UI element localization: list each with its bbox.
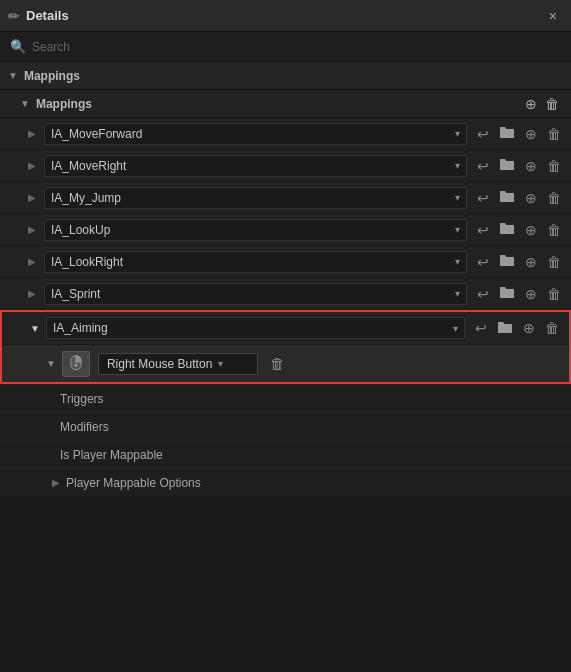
- row-add-icon-5[interactable]: ⊕: [521, 284, 541, 304]
- aiming-header-row: ▼ IA_Aiming ▾ ↩ ⊕ 🗑: [2, 312, 569, 344]
- row-reset-icon-2[interactable]: ↩: [473, 188, 493, 208]
- row-dropdown-4[interactable]: IA_LookRight ▾: [44, 251, 467, 273]
- search-bar: 🔍: [0, 32, 571, 62]
- row-triangle-0: ▶: [28, 128, 38, 139]
- mapping-row-3: ▶ IA_LookUp ▾ ↩ ⊕ 🗑: [0, 214, 571, 246]
- row-delete-icon-1[interactable]: 🗑: [543, 156, 565, 176]
- row-actions-5: ↩ ⊕ 🗑: [473, 283, 565, 304]
- row-add-icon-3[interactable]: ⊕: [521, 220, 541, 240]
- row-folder-icon-1[interactable]: [495, 155, 519, 176]
- row-label-5: IA_Sprint: [51, 287, 100, 301]
- row-dropdown-2[interactable]: IA_My_Jump ▾: [44, 187, 467, 209]
- row-label-2: IA_My_Jump: [51, 191, 121, 205]
- mappings-collapse-icon: ▼: [20, 98, 30, 109]
- row-triangle-3: ▶: [28, 224, 38, 235]
- rmb-chevron-icon: ▾: [218, 358, 223, 369]
- mapping-row-0: ▶ IA_MoveForward ▾ ↩ ⊕ 🗑: [0, 118, 571, 150]
- row-actions-1: ↩ ⊕ 🗑: [473, 155, 565, 176]
- mapping-row-5: ▶ IA_Sprint ▾ ↩ ⊕ 🗑: [0, 278, 571, 310]
- row-label-3: IA_LookUp: [51, 223, 110, 237]
- mapping-rows-container: ▶ IA_MoveForward ▾ ↩ ⊕ 🗑 ▶ IA_MoveRight …: [0, 118, 571, 310]
- row-folder-icon-0[interactable]: [495, 123, 519, 144]
- row-add-icon-4[interactable]: ⊕: [521, 252, 541, 272]
- row-actions-4: ↩ ⊕ 🗑: [473, 251, 565, 272]
- row-add-icon-1[interactable]: ⊕: [521, 156, 541, 176]
- aiming-row-actions: ↩ ⊕ 🗑: [471, 318, 563, 339]
- sub-item-player-mappable[interactable]: Is Player Mappable: [0, 440, 571, 468]
- rmb-mouse-icon-box: [62, 351, 90, 377]
- section-header-label: Mappings: [24, 69, 80, 83]
- row-dropdown-0[interactable]: IA_MoveForward ▾: [44, 123, 467, 145]
- aiming-delete-icon[interactable]: 🗑: [541, 318, 563, 338]
- row-actions-2: ↩ ⊕ 🗑: [473, 187, 565, 208]
- row-label-4: IA_LookRight: [51, 255, 123, 269]
- sub-item-triggers[interactable]: Triggers: [0, 384, 571, 412]
- row-label-1: IA_MoveRight: [51, 159, 126, 173]
- title-bar: ✏ Details ×: [0, 0, 571, 32]
- row-folder-icon-3[interactable]: [495, 219, 519, 240]
- player-mappable-label: Is Player Mappable: [60, 448, 163, 462]
- search-input[interactable]: [32, 40, 561, 54]
- row-chevron-0: ▾: [455, 128, 460, 139]
- search-icon: 🔍: [10, 39, 26, 54]
- delete-mapping-button[interactable]: 🗑: [541, 94, 563, 114]
- sub-items-container: Triggers Modifiers Is Player Mappable ▶ …: [0, 384, 571, 496]
- modifiers-label: Modifiers: [60, 420, 109, 434]
- row-dropdown-3[interactable]: IA_LookUp ▾: [44, 219, 467, 241]
- mapping-row-1: ▶ IA_MoveRight ▾ ↩ ⊕ 🗑: [0, 150, 571, 182]
- row-triangle-5: ▶: [28, 288, 38, 299]
- row-folder-icon-5[interactable]: [495, 283, 519, 304]
- row-chevron-2: ▾: [455, 192, 460, 203]
- row-folder-icon-2[interactable]: [495, 187, 519, 208]
- section-collapse-icon: ▼: [8, 70, 18, 81]
- row-delete-icon-3[interactable]: 🗑: [543, 220, 565, 240]
- row-folder-icon-4[interactable]: [495, 251, 519, 272]
- row-delete-icon-0[interactable]: 🗑: [543, 124, 565, 144]
- rmb-label: Right Mouse Button: [107, 357, 212, 371]
- row-add-icon-2[interactable]: ⊕: [521, 188, 541, 208]
- rmb-dropdown[interactable]: Right Mouse Button ▾: [98, 353, 258, 375]
- panel-title: Details: [26, 8, 543, 23]
- mappings-subheader: ▼ Mappings ⊕ 🗑: [0, 90, 571, 118]
- sub-item-modifiers[interactable]: Modifiers: [0, 412, 571, 440]
- player-mappable-options-expand-icon: ▶: [52, 477, 60, 488]
- row-dropdown-1[interactable]: IA_MoveRight ▾: [44, 155, 467, 177]
- row-delete-icon-5[interactable]: 🗑: [543, 284, 565, 304]
- aiming-dropdown-label: IA_Aiming: [53, 321, 108, 335]
- row-delete-icon-2[interactable]: 🗑: [543, 188, 565, 208]
- rmb-delete-icon[interactable]: 🗑: [266, 353, 289, 374]
- rmb-expand-icon: ▼: [46, 358, 56, 369]
- row-reset-icon-5[interactable]: ↩: [473, 284, 493, 304]
- sub-item-player-mappable-options[interactable]: ▶ Player Mappable Options: [0, 468, 571, 496]
- row-delete-icon-4[interactable]: 🗑: [543, 252, 565, 272]
- player-mappable-options-label: Player Mappable Options: [66, 476, 201, 490]
- row-reset-icon-3[interactable]: ↩: [473, 220, 493, 240]
- aiming-chevron-icon: ▾: [453, 323, 458, 334]
- close-button[interactable]: ×: [543, 6, 563, 26]
- row-reset-icon-1[interactable]: ↩: [473, 156, 493, 176]
- aiming-expand-icon: ▼: [30, 323, 40, 334]
- row-triangle-4: ▶: [28, 256, 38, 267]
- mapping-row-2: ▶ IA_My_Jump ▾ ↩ ⊕ 🗑: [0, 182, 571, 214]
- row-label-0: IA_MoveForward: [51, 127, 142, 141]
- row-chevron-3: ▾: [455, 224, 460, 235]
- row-chevron-1: ▾: [455, 160, 460, 171]
- aiming-add-icon[interactable]: ⊕: [519, 318, 539, 338]
- aiming-reset-icon[interactable]: ↩: [471, 318, 491, 338]
- add-mapping-button[interactable]: ⊕: [521, 94, 541, 114]
- row-add-icon-0[interactable]: ⊕: [521, 124, 541, 144]
- mapping-row-4: ▶ IA_LookRight ▾ ↩ ⊕ 🗑: [0, 246, 571, 278]
- row-reset-icon-0[interactable]: ↩: [473, 124, 493, 144]
- aiming-block: ▼ IA_Aiming ▾ ↩ ⊕ 🗑 ▼: [0, 310, 571, 384]
- pencil-icon: ✏: [8, 8, 20, 24]
- row-chevron-5: ▾: [455, 288, 460, 299]
- row-dropdown-5[interactable]: IA_Sprint ▾: [44, 283, 467, 305]
- rmb-row: ▼ Right Mouse Button ▾ 🗑: [2, 344, 569, 382]
- aiming-folder-icon[interactable]: [493, 318, 517, 339]
- aiming-dropdown[interactable]: IA_Aiming ▾: [46, 317, 465, 339]
- row-reset-icon-4[interactable]: ↩: [473, 252, 493, 272]
- mouse-icon: [67, 355, 85, 373]
- section-header-mappings[interactable]: ▼ Mappings: [0, 62, 571, 90]
- row-chevron-4: ▾: [455, 256, 460, 267]
- triggers-label: Triggers: [60, 392, 104, 406]
